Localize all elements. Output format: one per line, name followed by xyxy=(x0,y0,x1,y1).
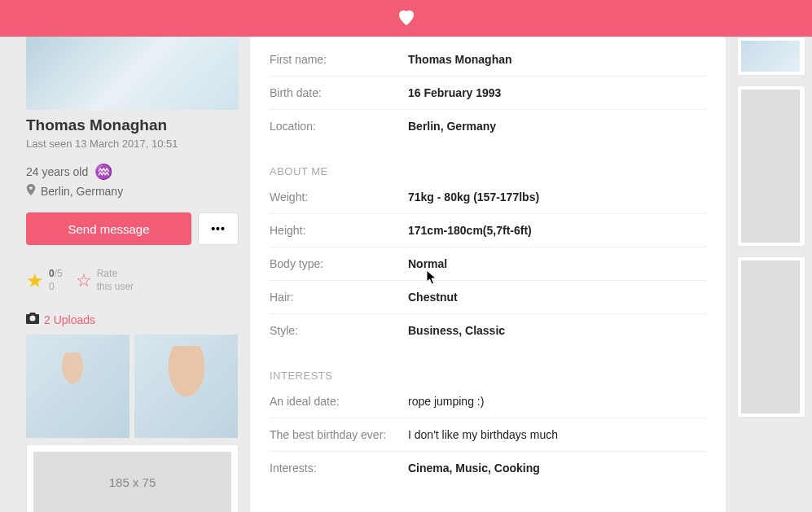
heart-icon[interactable] xyxy=(397,8,416,28)
detail-row: Height:171cm-180cm(5,7ft-6ft) xyxy=(270,214,706,247)
more-actions-button[interactable]: ••• xyxy=(198,212,239,245)
detail-value: Berlin, Germany xyxy=(408,120,496,133)
profile-photo[interactable] xyxy=(26,37,239,110)
detail-label: Height: xyxy=(270,224,408,237)
detail-value: 71kg - 80kg (157-177lbs) xyxy=(408,190,539,203)
suggested-user-card[interactable] xyxy=(737,37,805,76)
detail-label: The best birthday ever: xyxy=(270,428,408,441)
detail-row: Location:Berlin, Germany xyxy=(270,110,706,142)
location-text: Berlin, Germany xyxy=(41,185,123,198)
detail-row: Birth date:16 February 1993 xyxy=(270,77,706,110)
suggested-user-card[interactable] xyxy=(737,85,805,247)
detail-value: 16 February 1993 xyxy=(408,86,501,99)
detail-row: Weight:71kg - 80kg (157-177lbs) xyxy=(270,181,706,214)
about-section: Weight:71kg - 80kg (157-177lbs)Height:17… xyxy=(270,181,706,347)
detail-label: Interests: xyxy=(270,462,408,475)
interests-section-title: INTERESTS xyxy=(270,370,706,382)
detail-row: First name:Thomas Monaghan xyxy=(270,43,706,77)
detail-row: The best birthday ever:I don't like my b… xyxy=(270,418,706,452)
uploads-link[interactable]: 2 Uploads xyxy=(44,313,95,326)
rating-display: ★ 0/5 0 xyxy=(26,268,63,293)
detail-row: An ideal date:rope jumping :) xyxy=(270,385,706,418)
age-text: 24 years old xyxy=(26,165,88,178)
ad-slot: 185 x 75 xyxy=(26,444,239,512)
detail-label: First name: xyxy=(270,53,408,66)
detail-row: Body type:Normal xyxy=(270,247,706,281)
detail-row: Hair:Chestnut xyxy=(270,281,706,314)
detail-value: I don't like my birthdays much xyxy=(408,428,558,441)
detail-value: Cinema, Music, Cooking xyxy=(408,462,540,475)
about-section-title: ABOUT ME xyxy=(270,165,706,177)
star-filled-icon: ★ xyxy=(26,269,44,292)
detail-value: rope jumping :) xyxy=(408,395,484,408)
detail-value: 171cm-180cm(5,7ft-6ft) xyxy=(408,224,532,237)
profile-details: First name:Thomas MonaghanBirth date:16 … xyxy=(250,37,726,512)
detail-label: Location: xyxy=(270,120,408,133)
interests-section: An ideal date:rope jumping :)The best bi… xyxy=(270,385,706,484)
detail-label: Body type: xyxy=(270,257,408,270)
detail-label: Birth date: xyxy=(270,86,408,99)
star-outline-icon: ☆ xyxy=(76,270,92,291)
detail-label: An ideal date: xyxy=(270,395,408,408)
rate-user-button[interactable]: ☆ Rate this user xyxy=(76,268,134,293)
camera-icon xyxy=(26,313,39,326)
zodiac-icon: ♒ xyxy=(94,163,110,181)
detail-value: Chestnut xyxy=(408,291,458,304)
photo-thumbnail[interactable] xyxy=(26,335,129,438)
last-seen: Last seen 13 March 2017, 10:51 xyxy=(26,138,239,150)
topbar xyxy=(0,0,812,37)
profile-name: Thomas Monaghan xyxy=(26,116,239,134)
detail-label: Weight: xyxy=(270,190,408,203)
detail-row: Style:Business, Classic xyxy=(270,314,706,347)
send-message-button[interactable]: Send message xyxy=(26,212,191,245)
detail-value: Thomas Monaghan xyxy=(408,53,512,66)
detail-row: Interests:Cinema, Music, Cooking xyxy=(270,452,706,484)
pin-icon xyxy=(26,184,36,198)
basics-section: First name:Thomas MonaghanBirth date:16 … xyxy=(270,43,706,142)
photo-thumbnail[interactable] xyxy=(134,335,238,438)
detail-value: Business, Classic xyxy=(408,324,505,337)
suggested-user-card[interactable] xyxy=(737,256,805,418)
detail-label: Style: xyxy=(270,324,408,337)
detail-value: Normal xyxy=(408,257,447,270)
detail-label: Hair: xyxy=(270,291,408,304)
